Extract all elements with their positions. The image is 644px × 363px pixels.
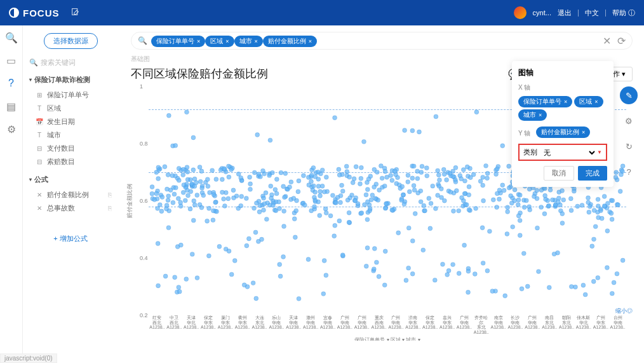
svg-point-284 xyxy=(390,178,394,182)
svg-point-640 xyxy=(462,243,467,247)
quick-action-icon[interactable]: ✎ xyxy=(620,86,638,104)
svg-point-98 xyxy=(522,205,527,210)
zoom-reset[interactable]: 缩小◎ xyxy=(615,307,633,315)
svg-point-588 xyxy=(206,254,211,258)
right-gear-icon[interactable]: ⚙ xyxy=(620,112,638,130)
svg-point-342 xyxy=(177,167,181,171)
avatar[interactable] xyxy=(514,6,527,19)
chip-remove-icon[interactable]: × xyxy=(225,38,229,45)
svg-point-279 xyxy=(164,207,169,211)
svg-point-84 xyxy=(323,207,328,211)
svg-point-646 xyxy=(191,135,196,140)
svg-point-313 xyxy=(507,186,511,190)
axis-chip[interactable]: 保险订单单号 × xyxy=(518,96,572,107)
filter-chip[interactable]: 保险订单单号 × xyxy=(151,36,205,47)
logout-link[interactable]: 退出 xyxy=(558,8,572,18)
username[interactable]: cynt... xyxy=(533,9,551,17)
edit-icon[interactable] xyxy=(71,7,79,18)
tree-dataset[interactable]: 保险订单欺诈检测 xyxy=(29,75,112,85)
filter-chip[interactable]: 赔付金额比例 × xyxy=(263,36,317,47)
select-datasource-button[interactable]: 选择数据源 xyxy=(44,33,98,49)
add-formula-button[interactable]: + 增加公式 xyxy=(29,234,112,243)
svg-point-384 xyxy=(494,172,499,177)
cancel-button[interactable]: 取消 xyxy=(544,166,574,181)
svg-point-434 xyxy=(282,195,286,200)
field-item[interactable]: ⊞保险订单单号 xyxy=(29,88,112,102)
rail-search-icon[interactable]: 🔍 xyxy=(6,32,17,43)
svg-point-174 xyxy=(429,202,433,206)
field-item[interactable]: T城市 xyxy=(29,128,112,142)
svg-point-494 xyxy=(532,195,536,199)
axis-chip[interactable]: 城市 × xyxy=(518,109,547,121)
chip-remove-icon[interactable]: × xyxy=(197,38,200,45)
svg-point-75 xyxy=(318,194,323,198)
svg-point-424 xyxy=(609,211,614,216)
help-link[interactable]: 帮助 ⓘ xyxy=(612,8,635,18)
field-item[interactable]: ⊟索赔数目 xyxy=(29,155,112,168)
clear-filters-icon[interactable]: ✕ xyxy=(603,35,611,47)
lang-link[interactable]: 中文 xyxy=(585,8,599,18)
svg-point-406 xyxy=(542,212,547,216)
tab-base[interactable]: 基础图 xyxy=(131,55,150,62)
svg-point-472 xyxy=(553,203,558,207)
legend-selector[interactable]: 类别 无 ▼ xyxy=(518,144,607,161)
svg-point-586 xyxy=(372,267,376,271)
svg-point-100 xyxy=(528,207,532,212)
svg-point-649 xyxy=(255,133,260,137)
svg-point-347 xyxy=(345,198,350,202)
filter-chip[interactable]: 城市 × xyxy=(234,36,263,47)
right-help-icon[interactable]: ? xyxy=(620,163,638,181)
svg-point-126 xyxy=(188,207,192,211)
axis-chip[interactable]: 区域 × xyxy=(574,96,603,107)
svg-point-609 xyxy=(372,247,377,251)
field-item[interactable]: T区域 xyxy=(29,102,112,115)
svg-point-67 xyxy=(222,196,226,201)
svg-point-432 xyxy=(467,208,471,212)
field-item[interactable]: ⊟支付数目 xyxy=(29,142,112,155)
rail-layers-icon[interactable]: ▤ xyxy=(6,100,17,112)
svg-point-551 xyxy=(282,224,286,229)
svg-point-257 xyxy=(481,183,485,188)
tree-formula[interactable]: 公式 xyxy=(29,175,112,184)
filter-bar[interactable]: 🔍 保险订单单号 ×区域 ×城市 ×赔付金额比例 × ✕ ⟳ xyxy=(131,32,633,50)
rail-settings-icon[interactable]: ⚙ xyxy=(6,123,17,135)
svg-point-164 xyxy=(436,173,441,177)
svg-point-301 xyxy=(337,167,341,172)
ok-button[interactable]: 完成 xyxy=(578,166,607,181)
svg-point-360 xyxy=(495,205,499,210)
svg-point-605 xyxy=(503,294,507,298)
svg-point-324 xyxy=(453,180,458,184)
svg-point-81 xyxy=(513,188,517,192)
svg-point-643 xyxy=(362,139,366,144)
svg-point-407 xyxy=(587,210,591,214)
chip-remove-icon[interactable]: × xyxy=(255,38,258,45)
svg-point-585 xyxy=(410,271,415,276)
svg-point-422 xyxy=(333,201,338,205)
field-item[interactable]: 📅发生日期 xyxy=(29,115,112,128)
rail-question-icon[interactable]: ? xyxy=(6,78,17,89)
svg-point-471 xyxy=(433,207,438,211)
svg-point-552 xyxy=(569,284,574,289)
svg-point-58 xyxy=(427,196,431,201)
svg-point-584 xyxy=(156,242,160,246)
svg-point-405 xyxy=(248,187,253,191)
svg-point-255 xyxy=(264,191,268,195)
refresh-icon[interactable]: ⟳ xyxy=(617,35,626,47)
svg-point-441 xyxy=(415,176,420,181)
right-refresh-icon[interactable]: ↻ xyxy=(620,137,638,155)
svg-point-542 xyxy=(246,236,251,241)
svg-point-401 xyxy=(596,197,600,202)
legend-select[interactable]: 无 xyxy=(541,148,597,157)
svg-point-508 xyxy=(580,203,584,207)
axis-chip[interactable]: 赔付金额比例 × xyxy=(536,127,590,138)
filter-chip[interactable]: 区域 × xyxy=(205,36,234,47)
svg-point-575 xyxy=(205,219,210,223)
field-search-input[interactable]: 🔍 搜索关键词 xyxy=(29,58,112,67)
rail-chart-icon[interactable]: ▭ xyxy=(6,55,17,66)
svg-point-496 xyxy=(605,201,610,205)
formula-item[interactable]: ✕赔付金额比例⎘ xyxy=(29,188,112,202)
chip-remove-icon[interactable]: × xyxy=(309,38,312,45)
formula-item[interactable]: ✕总事故数⎘ xyxy=(29,202,112,215)
svg-point-633 xyxy=(332,234,337,238)
svg-point-251 xyxy=(592,208,596,212)
